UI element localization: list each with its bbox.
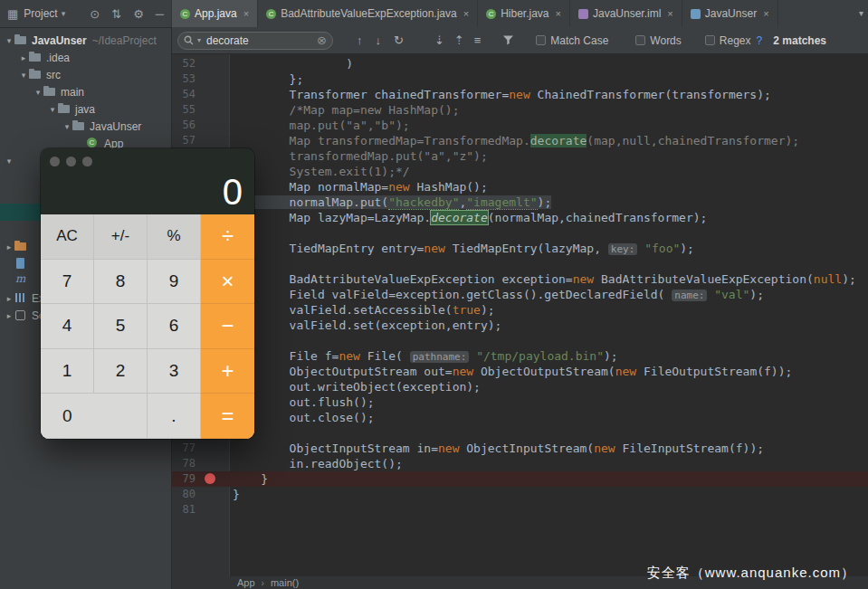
code-line-64[interactable]: 64 TiedMapEntry entry=new TiedMapEntry(l… [172,241,868,256]
code-text[interactable]: transformedMap.put("a","z"); [229,148,488,164]
code-line-73[interactable]: 73 out.writeObject(exception); [172,379,868,394]
close-icon[interactable]: × [763,9,768,19]
match-case-checkbox[interactable]: Match Case [536,34,608,47]
code-line-57[interactable]: 57 Map transformedMap=TransformedMap.dec… [172,133,868,148]
code-line-59[interactable]: 59 System.exit(1);*/ [172,164,868,179]
calc-button-+/-[interactable]: +/- [94,214,148,260]
code-line-79[interactable]: 79 } [172,471,868,487]
code-text[interactable]: BadAttributeValueExpException exception=… [229,271,856,287]
calc-button-AC[interactable]: AC [41,214,94,260]
code-text[interactable]: ObjectOutputStream out=new ObjectOutputS… [229,364,792,379]
calc-button-2[interactable]: 2 [94,349,148,394]
breadcrumb-item-class[interactable]: App [237,577,255,588]
calc-button-1[interactable]: 1 [41,349,94,394]
calc-button-0[interactable]: 0 [41,394,148,439]
tab-Hiber.java[interactable]: Hiber.java× [478,0,570,27]
tab-BadAttributeValueExpException.java[interactable]: BadAttributeValueExpException.java× [258,0,478,27]
calculator-window[interactable]: 0 AC+/-%÷789×456−123+0.= [41,148,254,439]
calc-button-6[interactable]: 6 [148,304,201,349]
code-line-61[interactable]: 61 normalMap.put("hackedby","imagemlt"); [172,195,868,210]
tree-item-src[interactable]: ▾src [0,66,171,83]
window-minimize-button[interactable] [66,157,76,166]
filter-funnel-icon[interactable] [502,33,514,49]
breakpoint-icon[interactable] [205,473,215,484]
code-text[interactable]: Transformer chainedTransformer=new Chain… [229,87,771,102]
tab-JavaUnser[interactable]: JavaUnser× [682,0,778,27]
code-text[interactable]: /*Map map=new HashMap(); [229,102,459,118]
code-line-72[interactable]: 72 ObjectOutputStream out=new ObjectOutp… [172,364,868,379]
code-line-67[interactable]: 67 Field valField=exception.getClass().g… [172,287,868,302]
calc-button-×[interactable]: × [201,260,254,305]
code-text[interactable]: TiedMapEntry entry=new TiedMapEntry(lazy… [229,241,694,256]
code-line-77[interactable]: 77 ObjectInputStream in=new ObjectInputS… [172,441,868,456]
code-line-71[interactable]: 71 File f=new File( pathname: "/tmp/payl… [172,348,868,364]
settings-gear-icon[interactable]: ⚙ [133,8,144,20]
tree-item-.idea[interactable]: ▸.idea [0,49,171,66]
tab-App.java[interactable]: App.java× [172,0,258,27]
close-icon[interactable]: × [556,9,561,19]
code-text[interactable]: System.exit(1);*/ [229,164,410,179]
code-text[interactable]: File f=new File( pathname: "/tmp/payload… [229,348,618,364]
search-history-icon[interactable]: ▾ [197,36,201,44]
close-icon[interactable]: × [463,9,469,19]
code-line-54[interactable]: 54 Transformer chainedTransformer=new Ch… [172,87,868,102]
tree-item-java[interactable]: ▾java [0,100,171,118]
code-line-81[interactable]: 81 [172,502,868,518]
code-text[interactable]: } [229,487,240,502]
tree-item-JavaUnser[interactable]: ▾JavaUnser [0,118,171,135]
code-text[interactable]: out.writeObject(exception); [229,379,481,394]
code-line-80[interactable]: 80} [172,487,868,502]
collapse-all-icon[interactable]: ⇅ [111,8,121,20]
tree-item-main[interactable]: ▾main [0,83,171,100]
window-close-button[interactable] [50,157,60,166]
calc-button-3[interactable]: 3 [148,349,201,394]
find-all-icon[interactable]: ↻ [394,34,404,46]
code-text[interactable]: valField.setAccessible(true); [229,302,495,318]
hide-panel-icon[interactable]: ─ [156,8,164,20]
code-line-56[interactable]: 56 map.put("a","b"); [172,118,868,133]
code-line-63[interactable]: 63 [172,225,868,241]
code-text[interactable]: map.put("a","b"); [229,118,410,133]
calc-button-9[interactable]: 9 [148,260,201,305]
clear-search-icon[interactable]: ⊗ [317,34,327,46]
editor[interactable]: 52 )53 };54 Transformer chainedTransform… [172,54,868,576]
calc-button-+[interactable]: + [201,349,254,394]
code-line-60[interactable]: 60 Map normalMap=new HashMap(); [172,179,868,195]
code-text[interactable]: Map lazyMap=LazyMap.decorate(normalMap,c… [229,210,707,225]
code-text[interactable]: normalMap.put("hackedby","imagemlt"); [229,195,551,210]
remove-selection-icon[interactable]: ⇡ [454,34,464,46]
project-dropdown[interactable]: Project ▾ [24,7,65,20]
window-zoom-button[interactable] [82,157,92,166]
code-text[interactable] [229,502,233,518]
calc-button-÷[interactable]: ÷ [201,214,254,260]
tree-item-JavaUnser[interactable]: ▾JavaUnser~/IdeaProject [0,32,171,49]
calc-button-4[interactable]: 4 [41,304,94,349]
select-all-occurrences-icon[interactable]: ≡ [474,34,482,46]
calc-button-7[interactable]: 7 [41,260,94,305]
calc-button-5[interactable]: 5 [94,304,148,349]
code-text[interactable]: Map normalMap=new HashMap(); [229,179,488,195]
tab-overflow-icon[interactable]: ▾ [859,9,863,18]
code-text[interactable]: valField.set(exception,entry); [229,318,501,333]
calc-button-−[interactable]: − [201,304,254,349]
code-line-58[interactable]: 58 transformedMap.put("a","z"); [172,148,868,164]
previous-occurrence-icon[interactable]: ↑ [357,34,363,46]
code-line-69[interactable]: 69 valField.set(exception,entry); [172,318,868,333]
close-icon[interactable]: × [243,9,249,19]
code-line-65[interactable]: 65 [172,256,868,271]
code-text[interactable]: }; [229,71,303,87]
tool-window-grid-icon[interactable]: ▦ [7,8,18,20]
calc-button-.[interactable]: . [148,394,201,439]
code-line-55[interactable]: 55 /*Map map=new HashMap(); [172,102,868,118]
code-line-78[interactable]: 78 in.readObject(); [172,456,868,471]
code-line-70[interactable]: 70 [172,333,868,348]
code-line-75[interactable]: 75 out.close(); [172,410,868,425]
breadcrumb-item-method[interactable]: main() [271,577,299,588]
words-checkbox[interactable]: Words [635,34,681,47]
code-text[interactable]: } [229,471,268,487]
locate-icon[interactable]: ⊙ [90,8,100,20]
code-line-53[interactable]: 53 }; [172,71,868,87]
code-line-76[interactable]: 76 [172,425,868,441]
search-field[interactable]: ▾ ⊗ [177,32,333,50]
code-text[interactable]: Map transformedMap=TransformedMap.decora… [229,133,799,148]
